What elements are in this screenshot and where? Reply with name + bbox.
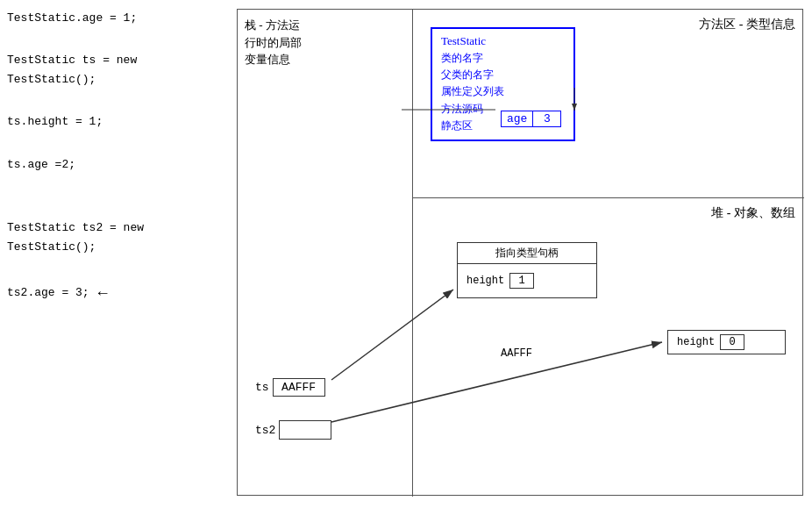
ts2-height-field-value: 0 — [720, 334, 744, 350]
right-section: 方法区 - 类型信息 TestStatic 类的名字 父类的名字 属性定义列表 … — [413, 10, 804, 497]
method-area: 方法区 - 类型信息 TestStatic 类的名字 父类的名字 属性定义列表 … — [413, 10, 804, 198]
object-address-label: AAFFF — [501, 347, 532, 360]
code-line-2 — [7, 30, 230, 49]
code-line-10: TestStatic ts2 = new TestStatic(); — [7, 218, 230, 257]
height-field-value: 1 — [509, 273, 534, 289]
code-panel: TestStatic.age = 1; TestStatic ts = new … — [0, 0, 237, 508]
object-type-handle: 指向类型句柄 — [458, 243, 596, 264]
ts-var-label: ts — [255, 381, 269, 394]
info-line-2: 父类的名字 — [441, 67, 565, 83]
class-title: TestStatic — [441, 34, 565, 48]
code-line-1: TestStatic.age = 1; — [7, 9, 230, 28]
info-line-3: 属性定义列表 — [441, 83, 565, 100]
ts2-var-label: ts2 — [255, 424, 275, 437]
stack-section: 栈 - 方法运 行时的局部 变量信息 ts AAFFF ts2 — [238, 10, 413, 497]
heap-area: 堆 - 对象、数组 指向类型句柄 height 1 AAFFF height 0 — [413, 198, 804, 497]
code-line-12: ts2.age = 3; ← — [7, 280, 230, 307]
arrow-indicator: ← — [98, 280, 108, 307]
ts2-variable-box: ts2 — [255, 420, 331, 440]
current-code-text: ts2.age = 3; — [7, 283, 89, 303]
age-field-value: 3 — [533, 111, 561, 127]
ts2-var-value — [279, 420, 331, 440]
code-line-5: ts.height = 1; — [7, 112, 230, 132]
code-line-7: ts.age =2; — [7, 155, 230, 175]
code-line-9 — [7, 197, 230, 217]
ts2-object-fields: height 0 — [668, 331, 785, 354]
height-field-label: height — [463, 274, 508, 288]
ts-var-value: AAFFF — [273, 378, 325, 397]
code-line-3: TestStatic ts = new TestStatic(); — [7, 51, 230, 89]
code-line-4 — [7, 91, 230, 111]
ts-object-box: 指向类型句柄 height 1 — [457, 242, 597, 298]
code-line-6 — [7, 134, 230, 154]
height-field-row: height 1 — [463, 273, 534, 289]
code-line-11 — [7, 259, 230, 278]
object-fields: height 1 — [458, 264, 596, 297]
ts2-height-field-row: height 0 — [673, 334, 744, 350]
age-field-label: age — [501, 111, 533, 127]
code-line-8 — [7, 176, 230, 196]
age-static-field: age 3 — [501, 111, 561, 127]
info-line-1: 类的名字 — [441, 50, 565, 67]
method-area-label: 方法区 - 类型信息 — [699, 17, 795, 32]
heap-area-label: 堆 - 对象、数组 — [711, 205, 795, 221]
ts-variable-box: ts AAFFF — [255, 378, 325, 397]
ts2-object-box: height 0 — [667, 330, 786, 354]
diagram: 栈 - 方法运 行时的局部 变量信息 ts AAFFF ts2 方法区 - 类型… — [237, 9, 803, 496]
ts2-height-field-label: height — [673, 335, 718, 349]
stack-label: 栈 - 方法运 行时的局部 变量信息 — [245, 17, 302, 68]
